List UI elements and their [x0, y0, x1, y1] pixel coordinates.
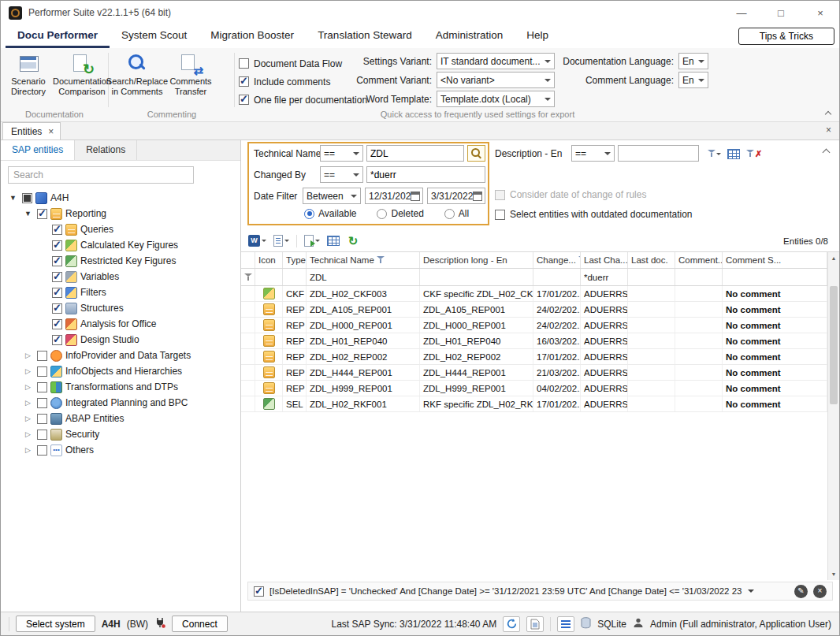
settings-variant-select[interactable]: IT standard document...: [437, 53, 555, 69]
expand-node-icon[interactable]: ▷: [22, 367, 34, 375]
search-entities-button[interactable]: [467, 145, 485, 162]
documentation-language-select[interactable]: En: [678, 53, 708, 69]
changed-by-operator-select[interactable]: ==: [320, 166, 363, 183]
tree-item-calculated-key-figures[interactable]: Calculated Key Figures: [1, 237, 240, 253]
tree-item-security[interactable]: ▷Security: [1, 426, 240, 442]
filter-expression-checkbox[interactable]: [254, 586, 264, 597]
column-filter-icon[interactable]: [377, 256, 385, 264]
consider-rules-checkbox[interactable]: Consider date of change of rules: [495, 189, 646, 200]
tree-checkbox[interactable]: [52, 288, 62, 298]
document-export-button[interactable]: [271, 232, 292, 249]
word-template-select[interactable]: Template.dotx (Local): [437, 91, 555, 107]
column-header-comment-s[interactable]: Comment S...: [723, 252, 827, 268]
tree-checkbox[interactable]: [52, 272, 62, 282]
tree-checkbox[interactable]: [52, 240, 62, 251]
tree-item-filters[interactable]: Filters: [1, 285, 240, 300]
comment-language-select[interactable]: En: [678, 72, 708, 88]
minimize-icon[interactable]: —: [735, 7, 748, 19]
column-header-description-long-en[interactable]: Description long - En: [420, 252, 533, 268]
filter-cell-comment-s[interactable]: [723, 269, 827, 285]
tree-checkbox[interactable]: [37, 382, 47, 392]
calendar-icon[interactable]: [473, 192, 482, 201]
calendar-icon[interactable]: [411, 192, 420, 201]
tree-checkbox[interactable]: [37, 366, 47, 377]
sidebar-tab-relations[interactable]: Relations: [75, 140, 137, 160]
filter-cell-technical-name[interactable]: ZDL: [307, 269, 420, 285]
tree-item-a4h[interactable]: ▼A4H: [1, 190, 240, 206]
expand-node-icon[interactable]: ▷: [22, 351, 34, 359]
outdated-docs-checkbox[interactable]: Select entities with outdated documentat…: [495, 209, 692, 220]
table-row[interactable]: REPZDL_H444_REP001ZDL_H444_REP00121/03/2…: [241, 365, 827, 381]
word-export-button[interactable]: [246, 232, 269, 249]
tips-and-tricks-button[interactable]: Tips & Tricks: [738, 28, 834, 45]
vertical-scrollbar[interactable]: ▲ ▼: [827, 251, 839, 580]
menu-tab-migration-booster[interactable]: Migration Booster: [199, 25, 306, 48]
date-from-input[interactable]: 12/31/2021: [365, 188, 423, 204]
filter-cell-change[interactable]: [533, 269, 581, 285]
tree-item-variables[interactable]: Variables: [1, 269, 240, 285]
tree-checkbox[interactable]: [37, 430, 47, 440]
connect-button[interactable]: Connect: [172, 616, 228, 632]
ribbon-checkbox-document-data-flow[interactable]: Document Data Flow: [239, 54, 367, 73]
clear-filter-button[interactable]: ✗: [745, 146, 763, 162]
description-input[interactable]: [618, 145, 699, 162]
refresh-button[interactable]: [344, 232, 362, 249]
tree-item-reporting[interactable]: ▼Reporting: [1, 206, 240, 221]
expand-node-icon[interactable]: ▷: [22, 383, 34, 391]
column-header-last-cha[interactable]: Last Cha...: [581, 252, 628, 268]
tree-item-transformations-and-dtps[interactable]: ▷Transformations and DTPs: [1, 379, 240, 395]
tree-item-infoobjects-and-hierarchies[interactable]: ▷InfoObjects and Hierarchies: [1, 363, 240, 379]
menu-tab-translation-steward[interactable]: Translation Steward: [306, 25, 424, 48]
tree-item-design-studio[interactable]: Design Studio: [1, 332, 240, 348]
column-header-technical-name[interactable]: Technical Name: [307, 252, 420, 268]
filter-cell-description-long-en[interactable]: [420, 269, 533, 285]
menu-tab-docu-performer[interactable]: Docu Performer: [6, 25, 110, 48]
table-row[interactable]: SELZDL_H02_RKF001RKF specific ZDL_H02_RK…: [241, 396, 827, 412]
tree-checkbox[interactable]: [52, 319, 62, 329]
column-header-icon[interactable]: Icon: [255, 252, 283, 268]
table-row[interactable]: CKFZDL_H02_CKF003CKF specific ZDL_H02_CK…: [241, 286, 827, 302]
collapse-ribbon-icon[interactable]: [823, 110, 833, 117]
expand-node-icon[interactable]: ▷: [22, 399, 34, 407]
tree-item-infoprovider-and-data-targets[interactable]: ▷InfoProvider and Data Targets: [1, 348, 240, 363]
collapse-node-icon[interactable]: ▼: [7, 194, 19, 202]
tree-checkbox[interactable]: [37, 398, 47, 408]
expand-node-icon[interactable]: ▷: [22, 446, 34, 454]
tree-checkbox[interactable]: [52, 303, 62, 314]
expression-dropdown-icon[interactable]: [748, 590, 754, 593]
ribbon-checkbox-include-comments[interactable]: Include comments: [239, 73, 367, 91]
filter-cell-type[interactable]: [283, 269, 307, 285]
sync-now-button[interactable]: [503, 616, 520, 632]
maximize-icon[interactable]: □: [775, 7, 787, 19]
comment-variant-select[interactable]: <No variant>: [437, 72, 555, 88]
date-filter-operator-select[interactable]: Between: [303, 188, 361, 204]
tab-entities[interactable]: Entities ×: [2, 122, 61, 139]
tree-checkbox[interactable]: [37, 445, 47, 456]
excel-export-button[interactable]: [302, 232, 322, 249]
tree-checkbox[interactable]: [52, 256, 62, 266]
radio-deleted[interactable]: Deleted: [377, 208, 423, 219]
technical-name-operator-select[interactable]: ==: [320, 145, 363, 162]
collapse-filter-panel-icon[interactable]: [822, 147, 831, 156]
scroll-down-icon[interactable]: ▼: [828, 568, 839, 580]
tree-checkbox[interactable]: [37, 351, 47, 361]
table-row[interactable]: REPZDL_A105_REP001ZDL_A105_REP00124/02/2…: [241, 302, 827, 318]
expand-node-icon[interactable]: ▷: [22, 415, 34, 422]
tree-checkbox[interactable]: [52, 225, 62, 235]
close-icon[interactable]: ×: [814, 7, 827, 19]
technical-name-input[interactable]: [366, 145, 464, 162]
tree-checkbox[interactable]: [22, 193, 32, 203]
select-system-button[interactable]: Select system: [16, 616, 95, 632]
column-header-change[interactable]: Change...: [533, 252, 581, 268]
filter-cell-last-doc[interactable]: [628, 269, 675, 285]
radio-all[interactable]: All: [444, 208, 469, 219]
table-row[interactable]: REPZDL_H000_REP001ZDL_H000_REP00124/02/2…: [241, 318, 827, 333]
collapse-node-icon[interactable]: ▼: [22, 210, 34, 218]
panel-close-icon[interactable]: ×: [826, 125, 831, 135]
tree-item-integrated-planning-and-bpc[interactable]: ▷Integrated Planning and BPC: [1, 395, 240, 411]
menu-tab-help[interactable]: Help: [515, 25, 560, 48]
table-row[interactable]: REPZDL_H01_REP040ZDL_H01_REP04016/03/202…: [241, 333, 827, 349]
tree-item-structures[interactable]: Structures: [1, 300, 240, 316]
filter-settings-button[interactable]: [557, 616, 574, 632]
date-to-input[interactable]: 3/31/2022: [427, 188, 485, 204]
